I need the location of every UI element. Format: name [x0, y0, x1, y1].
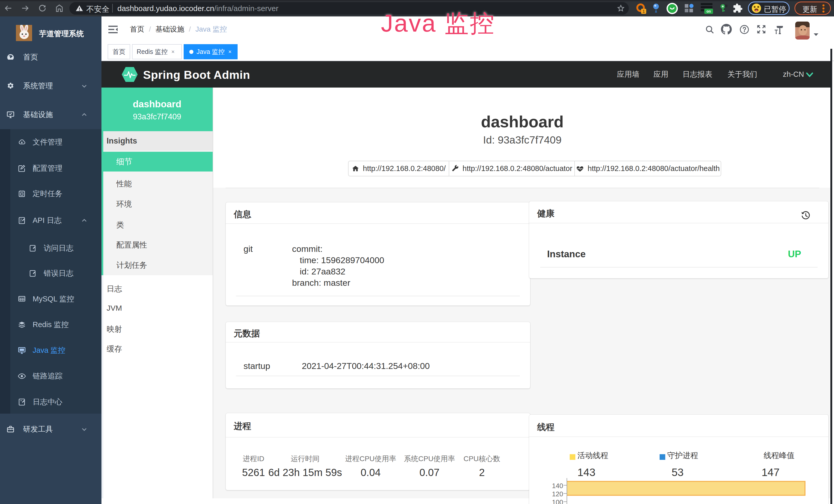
svg-text:on: on	[706, 9, 711, 13]
svg-text:1: 1	[643, 9, 645, 14]
